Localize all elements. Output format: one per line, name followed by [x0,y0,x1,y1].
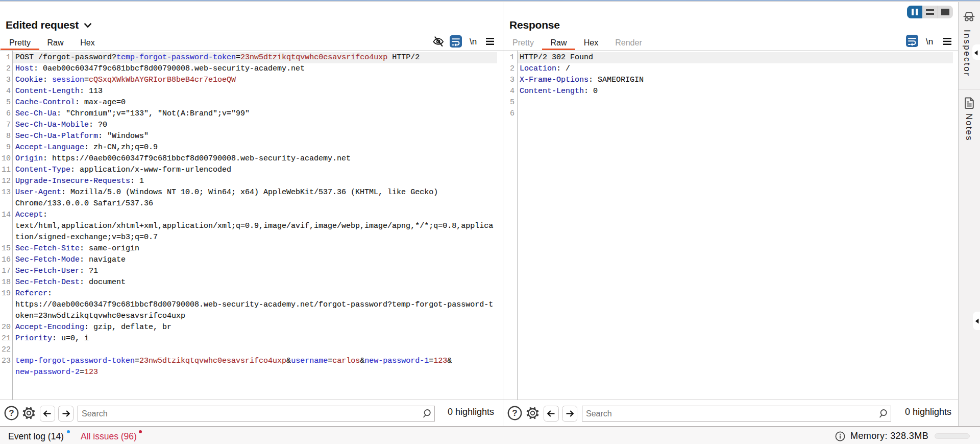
svg-text:?: ? [9,408,14,418]
svg-text:?: ? [512,408,517,418]
